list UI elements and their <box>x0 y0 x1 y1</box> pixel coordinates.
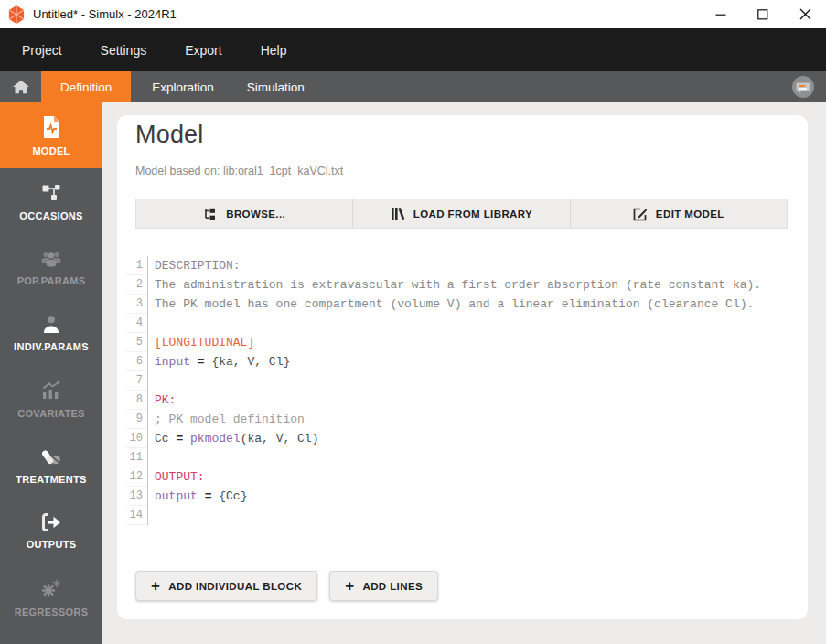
editor-line: 14 <box>126 506 788 525</box>
edit-pencil-icon <box>633 207 648 221</box>
sidebar-item-label: COVARIATES <box>17 408 85 419</box>
tab-bar: DefinitionExplorationSimulation <box>0 71 826 102</box>
line-number: 1 <box>126 256 148 275</box>
line-number: 8 <box>126 391 148 410</box>
home-icon <box>12 79 30 95</box>
edit-model-label: EDIT MODEL <box>656 209 724 220</box>
close-button[interactable] <box>784 0 826 28</box>
editor-line: 13output = {Cc} <box>126 487 788 506</box>
editor-line: 8PK: <box>126 391 788 410</box>
minimize-button[interactable] <box>700 0 742 28</box>
outputs-arrow-icon <box>39 512 63 532</box>
occasions-nodes-icon <box>40 182 62 204</box>
sidebar-item-label: OCCASIONS <box>19 210 82 221</box>
menu-item-export[interactable]: Export <box>185 43 221 58</box>
sidebar-item-model[interactable]: MODEL <box>0 102 102 168</box>
model-document-icon <box>41 115 61 139</box>
library-books-icon <box>391 207 405 220</box>
add-lines-label: ADD LINES <box>362 581 423 592</box>
editor-line: 5[LONGITUDINAL] <box>126 333 788 352</box>
model-code-editor[interactable]: 1DESCRIPTION:2The administration is extr… <box>126 256 788 525</box>
browse-tree-icon <box>203 207 218 221</box>
code-text: The PK model has one compartment (volume… <box>148 295 754 314</box>
sidebar-item-label: INDIV.PARAMS <box>14 341 89 352</box>
code-text: ; PK model definition <box>148 410 305 429</box>
sidebar-item-regressors[interactable]: REGRESSORS <box>0 564 102 629</box>
code-text <box>148 506 155 525</box>
simulx-logo-icon <box>8 5 25 24</box>
code-text: Cc = pkmodel(ka, V, Cl) <box>148 429 318 448</box>
line-number: 4 <box>126 314 148 333</box>
main-panel: Model Model based on: lib:oral1_1cpt_kaV… <box>102 102 826 644</box>
sidebar-item-label: TREATMENTS <box>16 474 86 485</box>
sidebar-item-indiv-params[interactable]: INDIV.PARAMS <box>0 300 102 366</box>
code-text <box>148 448 155 467</box>
feedback-bubble-icon[interactable] <box>791 75 815 99</box>
line-number: 10 <box>126 429 148 448</box>
window-title: Untitled* - Simulx - 2024R1 <box>33 7 177 21</box>
code-text: The administration is extravascular with… <box>148 275 761 295</box>
editor-line: 3The PK model has one compartment (volum… <box>126 295 788 314</box>
add-individual-block-button[interactable]: + ADD INDIVIDUAL BLOCK <box>135 571 317 601</box>
menu-bar: ProjectSettingsExportHelp <box>0 28 826 71</box>
plus-icon: + <box>345 578 354 594</box>
individual-person-icon <box>40 314 62 335</box>
add-individual-block-label: ADD INDIVIDUAL BLOCK <box>168 581 302 592</box>
editor-line: 10Cc = pkmodel(ka, V, Cl) <box>126 429 788 448</box>
line-number: 5 <box>126 333 148 352</box>
code-text <box>148 371 155 391</box>
home-tab[interactable] <box>0 71 41 102</box>
sidebar-item-treatments[interactable]: TREATMENTS <box>0 432 102 498</box>
title-bar: Untitled* - Simulx - 2024R1 <box>0 0 826 28</box>
code-text <box>148 314 155 333</box>
editor-line: 12OUTPUT: <box>126 467 788 487</box>
sidebar-item-occasions[interactable]: OCCASIONS <box>0 168 102 234</box>
menu-item-settings[interactable]: Settings <box>101 43 147 58</box>
code-text: output = {Cc} <box>148 487 247 506</box>
population-group-icon <box>39 249 63 269</box>
sidebar-item-label: REGRESSORS <box>15 606 89 617</box>
load-from-library-label: LOAD FROM LIBRARY <box>413 209 532 220</box>
load-from-library-button[interactable]: LOAD FROM LIBRARY <box>353 199 570 228</box>
sidebar-item-label: MODEL <box>32 145 70 156</box>
line-number: 2 <box>126 275 148 295</box>
line-number: 11 <box>126 448 148 467</box>
editor-actions: + ADD INDIVIDUAL BLOCK + ADD LINES <box>135 571 788 601</box>
treatments-pills-icon <box>39 445 63 467</box>
plus-icon: + <box>151 578 160 594</box>
covariates-chart-icon <box>39 380 63 402</box>
code-text: OUTPUT: <box>148 467 205 487</box>
model-toolbar: BROWSE... LOAD FROM LIBRARY EDIT MODEL <box>135 199 788 229</box>
line-number: 6 <box>126 352 148 371</box>
line-number: 12 <box>126 467 148 487</box>
tab-definition[interactable]: Definition <box>41 71 131 102</box>
editor-line: 7 <box>126 371 788 391</box>
editor-line: 9; PK model definition <box>126 410 788 429</box>
editor-line: 6input = {ka, V, Cl} <box>126 352 788 371</box>
browse-label: BROWSE... <box>226 209 285 220</box>
sidebar-item-outputs[interactable]: OUTPUTS <box>0 498 102 564</box>
menu-item-help[interactable]: Help <box>261 43 287 58</box>
sidebar-item-pop-params[interactable]: POP.PARAMS <box>0 234 102 300</box>
tab-exploration[interactable]: Exploration <box>140 71 226 102</box>
sidebar-item-label: OUTPUTS <box>27 539 77 550</box>
code-text: input = {ka, V, Cl} <box>148 352 290 371</box>
sidebar-item-covariates[interactable]: COVARIATES <box>0 366 102 432</box>
code-text: [LONGITUDINAL] <box>148 333 254 352</box>
tab-simulation[interactable]: Simulation <box>235 71 316 102</box>
model-based-on-text: Model based on: lib:oral1_1cpt_kaVCl.txt <box>135 165 788 177</box>
menu-item-project[interactable]: Project <box>22 43 62 58</box>
line-number: 13 <box>126 487 148 506</box>
editor-line: 4 <box>126 314 788 333</box>
sidebar-item-label: POP.PARAMS <box>17 275 86 286</box>
line-number: 14 <box>126 506 148 525</box>
code-text: PK: <box>148 391 176 410</box>
edit-model-button[interactable]: EDIT MODEL <box>571 199 787 228</box>
browse-button[interactable]: BROWSE... <box>136 199 353 228</box>
add-lines-button[interactable]: + ADD LINES <box>329 571 438 601</box>
editor-line: 11 <box>126 448 788 467</box>
line-number: 3 <box>126 295 148 314</box>
regressors-gears-icon <box>39 576 63 600</box>
line-number: 7 <box>126 371 148 391</box>
maximize-button[interactable] <box>742 0 784 28</box>
